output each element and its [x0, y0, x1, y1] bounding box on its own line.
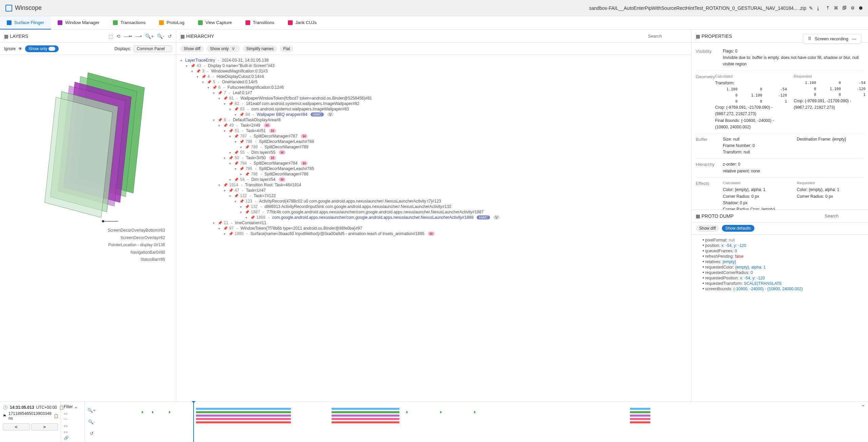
- tree-node[interactable]: ▾📌 785-SplitDecorManagerLeash#785: [180, 166, 687, 171]
- tree-node[interactable]: ▾📌 50-Task=3#50H: [180, 155, 687, 161]
- cube-icon[interactable]: ⬚: [108, 34, 113, 39]
- visibility-icon[interactable]: 👁: [18, 46, 22, 51]
- tree-node[interactable]: ▾📌 81-WallpaperWindowToken{fcfbcd7 token…: [180, 96, 687, 101]
- proto-show-defaults[interactable]: Show defaults: [722, 225, 754, 232]
- tree-node[interactable]: ▾📌 787-SplitDecorManager#787H: [180, 133, 687, 139]
- proto-item[interactable]: • requestedPosition: x: -54, y: -120: [696, 275, 864, 281]
- tab-window-manager[interactable]: Window Manager: [51, 16, 106, 29]
- tree-node[interactable]: ▾📌 7-Leaf:0:1#7: [180, 90, 687, 96]
- proto-search[interactable]: [823, 212, 864, 220]
- layer-label[interactable]: PointerLocation - display 0#136: [4, 241, 165, 249]
- layer-label[interactable]: ScreenDecorOverlayBottom#63: [4, 227, 165, 234]
- zoom-in-icon[interactable]: 🔍+: [145, 34, 154, 39]
- tree-node[interactable]: ▾📌 788-SplitDecorManagerLeash#788: [180, 139, 687, 144]
- prev-button[interactable]: <: [3, 423, 30, 430]
- reset-icon[interactable]: ↺: [168, 34, 172, 39]
- tree-node[interactable]: ▾📌 83-com.android.systemui.wallpapers.Im…: [180, 106, 687, 112]
- timeline-track[interactable]: [98, 402, 858, 442]
- screen-recording-pill[interactable]: ⠿ Screen recording —: [803, 34, 861, 44]
- tree-node[interactable]: ▾📌 11-ImeContainer#11: [180, 220, 687, 226]
- tree-node[interactable]: ▾📌 784-SplitDecorManager#784H: [180, 161, 687, 166]
- tree-node[interactable]: ▾📌 3-WindowedMagnification:0:31#3: [180, 68, 687, 74]
- proto-show-diff[interactable]: Show diff: [696, 225, 719, 232]
- show-only-chip[interactable]: Show onlyV: [206, 45, 240, 52]
- expand-icon[interactable]: ⌃: [861, 404, 865, 409]
- show-only-chip[interactable]: Show onlyV: [25, 45, 59, 52]
- tree-node[interactable]: ▾📌 49-Task=2#49H: [180, 123, 687, 128]
- tree-node[interactable]: ▾📌 8-DefaultTaskDisplayArea#8: [180, 117, 687, 123]
- tree-node[interactable]: ▾📌 84-Wallpaper BBQ wrapper#84HWCV: [180, 112, 687, 117]
- panel-icon: ▦: [696, 213, 700, 219]
- slider-spacing[interactable]: —•: [135, 34, 142, 39]
- cuj-track-icon[interactable]: 🔗: [64, 436, 69, 440]
- tree-node[interactable]: ▾📌 97-WindowToken{7f78b6b type=2011 andr…: [180, 226, 687, 231]
- copy-icon[interactable]: 📋: [54, 414, 59, 418]
- layer-labels: ScreenDecorOverlayBottom#63ScreenDecorOv…: [4, 227, 172, 264]
- tree-node[interactable]: ▾📌 54-Dim layer#54H: [180, 177, 687, 182]
- displays-select[interactable]: Common Panel: [134, 45, 172, 52]
- tab-protolog[interactable]: ProtoLog: [152, 16, 191, 29]
- drag-icon[interactable]: ⠿: [808, 36, 811, 41]
- tree-node[interactable]: ▾📌 4-HideDisplayCutout:0:14#4: [180, 74, 687, 79]
- settings-icon[interactable]: ⚙: [851, 5, 855, 10]
- proto-item[interactable]: • refreshPending: false: [696, 254, 864, 259]
- simplify-chip[interactable]: Simplify names: [243, 45, 277, 52]
- layers-3d-view[interactable]: [4, 58, 172, 227]
- tree-node[interactable]: ▾📌 1895-Surface(name=3baac60 InputMethod…: [180, 231, 687, 236]
- layer-label[interactable]: ScreenDecorOverlay#62: [4, 234, 165, 242]
- edit-icon[interactable]: ✎: [809, 5, 813, 11]
- tree-node[interactable]: ▾📌 47-Task=1#47: [180, 188, 687, 193]
- tab-surface-flinger[interactable]: Surface Flinger: [0, 16, 51, 29]
- tree-node[interactable]: ▾📌 1914-Transition Root: Task=46#1914: [180, 182, 687, 188]
- tree-node[interactable]: ▾📌 122-Task=7#122: [180, 193, 687, 198]
- tree-node[interactable]: ▾📌 1887-77fdc4b com.google.android.apps.…: [180, 209, 687, 215]
- extension-icon[interactable]: ⬢: [859, 5, 863, 10]
- layer-label[interactable]: NavigationBar0#80: [4, 249, 165, 256]
- proto-item[interactable]: • screenBounds: (-10800, -24000) - (1080…: [696, 286, 864, 292]
- tree-node[interactable]: ▾📌 5-OneHanded:0:14#5: [180, 79, 687, 85]
- keyboard-icon[interactable]: ⌘: [834, 5, 838, 10]
- proto-item[interactable]: • pixelFormat: null: [696, 237, 864, 243]
- tree-node[interactable]: ▾📌 43-Display 0 name="Built-in Screen"#4…: [180, 63, 687, 68]
- next-button[interactable]: >: [31, 423, 58, 430]
- show-diff-chip[interactable]: Show diff: [180, 45, 204, 52]
- reset-zoom-icon[interactable]: ↺: [90, 431, 94, 436]
- tree-node[interactable]: ▾📌 1888-com.google.android.apps.nexuslau…: [180, 215, 687, 220]
- proto-item[interactable]: • position: x: -54, y: -120: [696, 243, 864, 248]
- hierarchy-search[interactable]: [647, 32, 687, 40]
- tree-node[interactable]: ▾📌 789-SplitDecorManager#789: [180, 144, 687, 150]
- upload-icon[interactable]: ⤒: [826, 5, 830, 10]
- minimize-icon[interactable]: —: [852, 36, 856, 41]
- tree-node[interactable]: ▾📌 6-FullscreenMagnification:0:12#6: [180, 85, 687, 90]
- sf-track-icon[interactable]: ▭: [64, 411, 69, 416]
- tree-node[interactable]: ▾📌 132-d886913 ActivityRecordInputSink c…: [180, 204, 687, 209]
- app-header: Winscope sandbox-FAIL__AutoEnterPipWithS…: [0, 0, 868, 16]
- proto-item[interactable]: • requestedTransform: SCALE|TRANSLATE: [696, 281, 864, 286]
- zoom-in-icon[interactable]: 🔍+: [87, 408, 96, 413]
- zoom-out-icon[interactable]: 🔍-: [157, 34, 164, 39]
- proto-item[interactable]: • relatives: [empty]: [696, 259, 864, 265]
- tree-node[interactable]: ▾📌 51-Task=4#51H: [180, 128, 687, 133]
- layer-label[interactable]: StatusBar#85: [4, 256, 165, 264]
- proto-item[interactable]: • queuedFrames: 0: [696, 248, 864, 254]
- filter-dropdown-icon[interactable]: ⌄: [74, 404, 78, 409]
- wm-track-icon[interactable]: ▭: [64, 423, 69, 428]
- tab-transactions[interactable]: Transactions: [106, 16, 152, 29]
- tree-node[interactable]: ▾📌 786-SplitDecorManager#786: [180, 171, 687, 177]
- tr-track-icon[interactable]: ▭: [64, 429, 69, 434]
- tree-node[interactable]: ▾📌 55-Dim layer#55H: [180, 150, 687, 155]
- zoom-out-icon[interactable]: 🔍-: [88, 419, 95, 424]
- proto-item[interactable]: • requestedCornerRadius: 0: [696, 270, 864, 275]
- refresh-icon[interactable]: 🗐: [842, 5, 847, 10]
- tab-jank-cujs[interactable]: Jank CUJs: [281, 16, 323, 29]
- tree-node[interactable]: ▾📌 123-ActivityRecord{478Bc02 u0 com.goo…: [180, 198, 687, 204]
- tx-track-icon[interactable]: 〰: [64, 417, 69, 422]
- flat-chip[interactable]: Flat: [280, 45, 293, 52]
- download-icon[interactable]: ⭳: [816, 5, 821, 11]
- slider-separation[interactable]: —••: [124, 34, 132, 39]
- proto-item[interactable]: • requestedColor: {empty}, alpha: 1: [696, 265, 864, 270]
- tree-node[interactable]: ▾📌 82-181eabf com.android.systemui.wallp…: [180, 101, 687, 106]
- rotate-icon[interactable]: ⟲: [116, 34, 120, 39]
- tab-transitions[interactable]: Transitions: [239, 16, 281, 29]
- tab-view-capture[interactable]: View Capture: [191, 16, 239, 29]
